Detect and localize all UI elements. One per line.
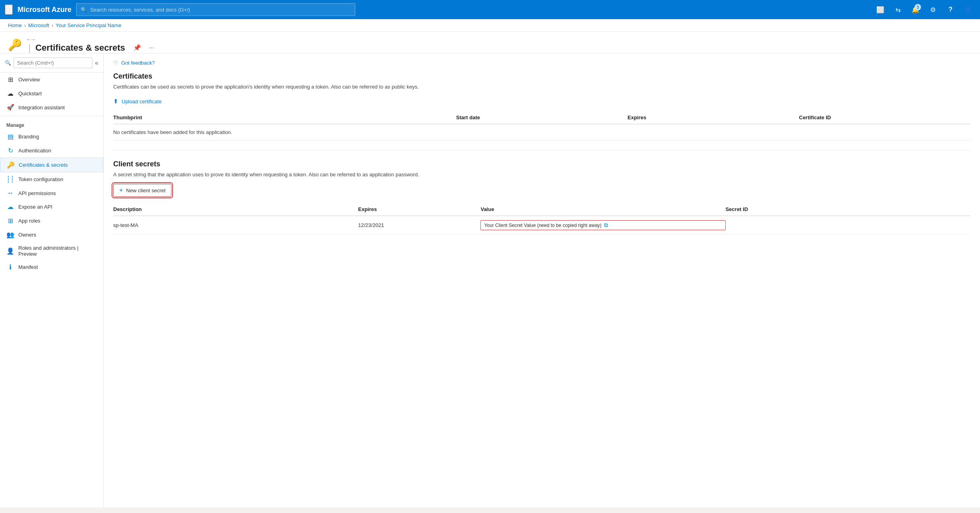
sidebar-search-input[interactable] [14, 57, 92, 68]
breadcrumb-sep-1: › [24, 23, 26, 28]
branding-icon: ▤ [6, 133, 14, 140]
authentication-icon: ↻ [6, 147, 14, 154]
portal-settings-icon: ⇆ [895, 6, 901, 14]
main-layout: 🔍 « ⊞ Overview ☁ Quickstart 🚀 Integratio… [0, 53, 980, 507]
sidebar-item-token-configuration[interactable]: ┆┆ Token configuration [0, 172, 103, 186]
settings-icon: ⚙ [930, 6, 936, 14]
sidebar-item-app-roles[interactable]: ⊞ App roles [0, 214, 103, 228]
page-title: Certificates & secrets [35, 43, 125, 53]
secrets-table-header: Description Expires Value Secret ID [113, 203, 970, 216]
sidebar-item-owners[interactable]: 👥 Owners [0, 228, 103, 242]
app-roles-icon: ⊞ [6, 217, 14, 225]
secret-col-id: Secret ID [726, 206, 970, 212]
top-navigation: ☰ Microsoft Azure 🔍 ⬜ ⇆ 🔔 3 ⚙ ? 👤 [0, 0, 980, 19]
certificates-secrets-icon: 🔑 [7, 161, 15, 169]
sidebar-item-roles-administrators[interactable]: 👤 Roles and administrators | Preview [0, 242, 103, 260]
sidebar-item-label-certificates: Certificates & secrets [19, 162, 68, 168]
sidebar-collapse-button[interactable]: « [95, 59, 98, 67]
sidebar-item-label-branding: Branding [18, 134, 39, 140]
sidebar-item-label-roles: Roles and administrators | Preview [18, 245, 97, 257]
page-header: 🔑 -- ·-· | Certificates & secrets 📌 ··· [0, 32, 980, 53]
token-config-icon: ┆┆ [6, 176, 14, 183]
sidebar-item-branding[interactable]: ▤ Branding [0, 130, 103, 144]
certificates-section: Certificates Certificates can be used as… [113, 72, 970, 140]
feedback-heart-icon: ♡ [113, 60, 118, 66]
copy-secret-button[interactable]: ⧉ [604, 222, 608, 229]
certificates-description: Certificates can be used as secrets to p… [113, 84, 970, 90]
sidebar-search-wrap: 🔍 « [0, 53, 103, 73]
manage-section-label: Manage [0, 118, 103, 130]
page-header-icon: 🔑 [8, 38, 22, 51]
sidebar-item-certificates-secrets[interactable]: 🔑 Certificates & secrets [0, 158, 103, 172]
sidebar-item-expose-api[interactable]: ☁ Expose an API [0, 200, 103, 214]
sidebar-item-authentication[interactable]: ↻ Authentication [0, 144, 103, 158]
secret-value-text: Your Client Secret Value (need to be cop… [484, 223, 601, 228]
api-permissions-icon: ↔ [6, 189, 14, 197]
upload-icon: ⬆ [113, 98, 118, 105]
feedback-bar[interactable]: ♡ Got feedback? [113, 60, 970, 66]
upload-certificate-button[interactable]: ⬆ Upload certificate [113, 96, 161, 107]
client-secrets-description: A secret string that the application use… [113, 172, 970, 178]
sidebar-search-icon: 🔍 [5, 60, 11, 66]
certificates-title: Certificates [113, 72, 970, 81]
upload-label: Upload certificate [122, 99, 161, 105]
pin-button[interactable]: 📌 [132, 42, 143, 53]
portal-settings-button[interactable]: ⇆ [891, 2, 905, 17]
global-search-box[interactable]: 🔍 [76, 3, 355, 16]
more-options-button[interactable]: ··· [148, 43, 156, 53]
sidebar: 🔍 « ⊞ Overview ☁ Quickstart 🚀 Integratio… [0, 53, 104, 507]
cloud-shell-icon: ⬜ [876, 6, 884, 14]
sidebar-item-label-expose: Expose an API [18, 204, 52, 210]
breadcrumb-microsoft[interactable]: Microsoft [28, 22, 49, 28]
expose-api-icon: ☁ [6, 203, 14, 211]
cloud-shell-button[interactable]: ⬜ [873, 2, 888, 17]
main-content: ♡ Got feedback? Certificates Certificate… [104, 53, 980, 507]
integration-assistant-icon: 🚀 [6, 104, 14, 111]
secret-col-description: Description [113, 206, 358, 212]
cert-col-thumbprint: Thumbprint [113, 114, 456, 120]
certificates-table-header: Thumbprint Start date Expires Certificat… [113, 111, 970, 124]
separator: | [28, 43, 31, 53]
search-icon: 🔍 [81, 7, 87, 13]
secret-row-expires: 12/23/2021 [358, 222, 480, 228]
sidebar-item-label-quickstart: Quickstart [18, 91, 42, 97]
secret-value-box: Your Client Secret Value (need to be cop… [480, 220, 725, 230]
breadcrumb: Home › Microsoft › Your Service Principa… [0, 19, 980, 32]
hamburger-menu-button[interactable]: ☰ [5, 4, 13, 15]
help-button[interactable]: ? [943, 2, 958, 17]
plus-icon: + [119, 187, 123, 194]
secret-row-description: sp-test-MA [113, 222, 358, 228]
breadcrumb-home[interactable]: Home [8, 22, 22, 28]
manifest-icon: ℹ [6, 263, 14, 271]
account-button[interactable]: 👤 [961, 2, 975, 17]
client-secrets-section: Client secrets A secret string that the … [113, 160, 970, 235]
sidebar-item-integration-assistant[interactable]: 🚀 Integration assistant [0, 101, 103, 114]
certificates-empty-message: No certificates have been added for this… [113, 124, 970, 140]
secret-col-value: Value [480, 206, 725, 212]
sidebar-item-manifest[interactable]: ℹ Manifest [0, 260, 103, 274]
sidebar-item-api-permissions[interactable]: ↔ API permissions [0, 186, 103, 200]
sidebar-item-label-integration: Integration assistant [18, 105, 65, 110]
sidebar-item-label-api: API permissions [18, 190, 56, 196]
sidebar-item-label-overview: Overview [18, 77, 40, 83]
sidebar-item-label-manifest: Manifest [18, 264, 38, 270]
overview-icon: ⊞ [6, 76, 14, 83]
new-client-secret-button[interactable]: + New client secret [113, 184, 171, 197]
table-row: sp-test-MA 12/23/2021 Your Client Secret… [113, 216, 970, 235]
search-input[interactable] [90, 7, 351, 13]
client-secrets-title: Client secrets [113, 160, 970, 168]
breadcrumb-service-principal[interactable]: Your Service Principal Name [55, 22, 121, 28]
cert-col-start-date: Start date [456, 114, 628, 120]
owners-icon: 👥 [6, 231, 14, 239]
sidebar-item-label-owners: Owners [18, 232, 36, 238]
settings-button[interactable]: ⚙ [926, 2, 940, 17]
top-nav-icons: ⬜ ⇆ 🔔 3 ⚙ ? 👤 [873, 2, 975, 17]
notifications-button[interactable]: 🔔 3 [908, 2, 923, 17]
sidebar-item-overview[interactable]: ⊞ Overview [0, 73, 103, 87]
azure-brand-label: Microsoft Azure [18, 6, 71, 14]
new-secret-label: New client secret [126, 187, 165, 193]
secret-col-expires: Expires [358, 206, 480, 212]
sidebar-item-label-authentication: Authentication [18, 148, 51, 154]
cert-col-expires: Expires [628, 114, 799, 120]
sidebar-item-quickstart[interactable]: ☁ Quickstart [0, 87, 103, 101]
